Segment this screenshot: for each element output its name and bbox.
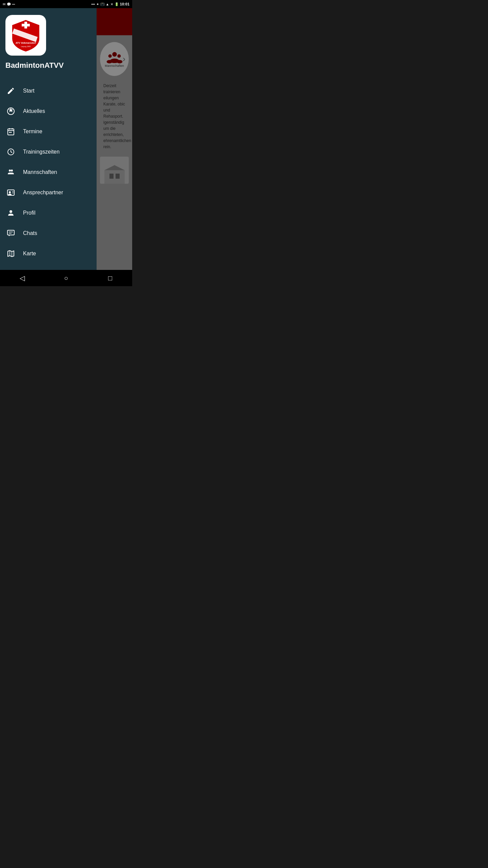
sidebar-item-ansprechpartner[interactable]: Ansprechpartner: [0, 182, 97, 203]
chat-icon: [5, 228, 16, 239]
svg-point-14: [9, 170, 11, 172]
sidebar-item-label-karte: Karte: [23, 251, 36, 257]
svg-point-20: [9, 210, 12, 213]
drawer-header: ATV Volkmarsdorf Leipzig 1995 BadmintonA…: [0, 8, 97, 78]
main-content-area: Mannschaften › Derzeit trainieren eilung…: [97, 8, 132, 270]
soccer-icon: [5, 106, 16, 117]
sidebar-item-aktuelles[interactable]: Aktuelles: [0, 101, 97, 121]
bottom-nav-bar: ◁ ○ □: [0, 270, 132, 286]
edit-icon: [5, 85, 16, 96]
content-overlay[interactable]: [97, 8, 132, 270]
svg-rect-21: [7, 230, 14, 235]
app-logo: ATV Volkmarsdorf Leipzig 1995: [5, 15, 46, 56]
sidebar-item-label-start: Start: [23, 88, 35, 94]
logo-svg: ATV Volkmarsdorf Leipzig 1995: [9, 18, 43, 52]
signal-blocked-icon: ✕: [110, 2, 113, 6]
sidebar-item-label-termine: Termine: [23, 129, 42, 135]
svg-rect-1: [22, 24, 30, 26]
app-title: BadmintonATVV: [5, 61, 91, 70]
sidebar-item-label-profil: Profil: [23, 210, 35, 216]
time-display: 10:01: [120, 2, 129, 6]
clock-icon: [5, 146, 16, 157]
back-button[interactable]: ◁: [12, 271, 32, 285]
sidebar-item-mannschaften[interactable]: Mannschaften: [0, 162, 97, 182]
sidebar-item-label-ansprechpartner: Ansprechpartner: [23, 190, 63, 196]
home-button[interactable]: ○: [56, 271, 76, 285]
status-right: ••• ✦ 📳 ▲ ✕ 🔋 10:01: [91, 2, 129, 6]
sidebar-item-start[interactable]: Start: [0, 81, 97, 101]
sidebar-item-label-trainingszeiten: Trainingszeiten: [23, 149, 60, 155]
sidebar-item-label-mannschaften: Mannschaften: [23, 169, 57, 175]
vibrate-icon: 📳: [100, 2, 104, 6]
msg-status-icon2: ▪▪▪: [12, 3, 15, 6]
svg-text:ATV Volkmarsdorf: ATV Volkmarsdorf: [16, 42, 36, 44]
battery-icon: 🔋: [115, 2, 119, 6]
sidebar-item-profil[interactable]: Profil: [0, 203, 97, 223]
status-left: ✉ 💬 ▪▪▪: [3, 2, 15, 6]
svg-rect-9: [9, 132, 10, 133]
bluetooth-icon: ✦: [96, 2, 99, 6]
sidebar-item-galerie[interactable]: Galerie: [0, 264, 97, 270]
calendar-icon: [5, 126, 16, 137]
nav-list: Start Aktuelles Termine: [0, 78, 97, 270]
status-bar: ✉ 💬 ▪▪▪ ••• ✦ 📳 ▲ ✕ 🔋 10:01: [0, 0, 132, 8]
person-icon: [5, 208, 16, 218]
group-icon: [5, 167, 16, 178]
person-card-icon: [5, 187, 16, 198]
main-container: ATV Volkmarsdorf Leipzig 1995 BadmintonA…: [0, 8, 132, 270]
navigation-drawer: ATV Volkmarsdorf Leipzig 1995 BadmintonA…: [0, 8, 97, 270]
map-icon: [5, 248, 16, 259]
sidebar-item-karte[interactable]: Karte: [0, 243, 97, 264]
svg-text:Leipzig 1995: Leipzig 1995: [21, 45, 31, 47]
msg-status-icon: 💬: [7, 2, 11, 6]
recents-button[interactable]: □: [100, 271, 120, 285]
svg-line-13: [11, 152, 12, 153]
sidebar-item-label-chats: Chats: [23, 230, 37, 236]
gallery-icon: [5, 269, 16, 270]
sidebar-item-chats[interactable]: Chats: [0, 223, 97, 243]
mail-status-icon: ✉: [3, 2, 5, 6]
sidebar-item-trainingszeiten[interactable]: Trainingszeiten: [0, 142, 97, 162]
sidebar-item-label-aktuelles: Aktuelles: [23, 108, 45, 114]
svg-point-15: [11, 170, 13, 172]
sidebar-item-termine[interactable]: Termine: [0, 121, 97, 142]
more-icon: •••: [91, 2, 95, 6]
wifi-icon: ▲: [106, 2, 109, 6]
svg-point-17: [9, 191, 11, 193]
svg-rect-10: [11, 132, 12, 133]
